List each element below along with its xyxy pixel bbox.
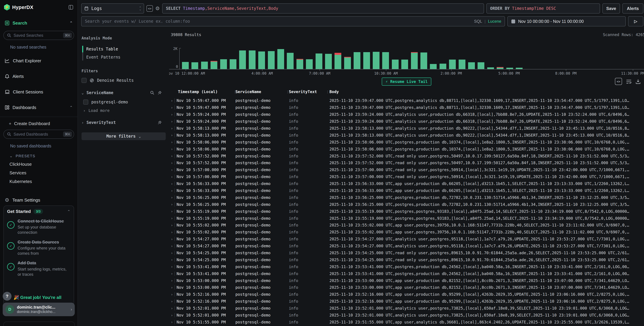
- row-expand-icon[interactable]: ›: [169, 133, 174, 137]
- preset-item-services[interactable]: Services: [0, 167, 78, 176]
- row-expand-icon[interactable]: ›: [169, 161, 174, 165]
- row-expand-icon[interactable]: ›: [169, 216, 174, 220]
- table-row[interactable]: ›Nov 10 5:57:52.000 PMpostgresql-demoinf…: [169, 153, 644, 159]
- saved-dashboards-input[interactable]: Saved Dashboards ⌘K: [4, 130, 74, 139]
- row-expand-icon[interactable]: ›: [169, 140, 174, 144]
- table-row[interactable]: ›Nov 10 5:54:25.000 PMpostgresql-demoinf…: [169, 249, 644, 256]
- row-expand-icon[interactable]: ›: [169, 285, 174, 290]
- save-button[interactable]: Save: [602, 4, 620, 14]
- preset-item-clickhouse[interactable]: ClickHouse: [0, 158, 78, 167]
- row-expand-icon[interactable]: ›: [169, 278, 174, 283]
- table-row[interactable]: ›Nov 10 5:58:13.000 PMpostgresql-demoinf…: [169, 125, 644, 132]
- row-expand-icon[interactable]: ›: [169, 147, 174, 151]
- mode-results-table[interactable]: Results Table: [86, 45, 169, 53]
- row-expand-icon[interactable]: ›: [169, 99, 174, 103]
- row-expand-icon[interactable]: ›: [169, 251, 174, 255]
- row-expand-icon[interactable]: ›: [169, 202, 174, 206]
- table-row[interactable]: ›Nov 10 5:59:24.000 PMpostgresql-demoinf…: [169, 111, 644, 118]
- wrap-text-button[interactable]: [626, 79, 632, 84]
- row-expand-icon[interactable]: ›: [169, 313, 174, 317]
- table-row[interactable]: ›Nov 10 5:53:41.000 PMpostgresql-demoinf…: [169, 263, 644, 270]
- help-button[interactable]: ?: [3, 292, 12, 301]
- table-row[interactable]: ›Nov 10 5:59:24.000 PMpostgresql-demoinf…: [169, 118, 644, 125]
- row-expand-icon[interactable]: ›: [169, 195, 174, 200]
- more-filters-button[interactable]: More filters ⌄: [82, 132, 166, 140]
- saved-searches-input[interactable]: Saved Searches ⌘K: [4, 31, 74, 40]
- table-row[interactable]: ›Nov 10 5:56:25.000 PMpostgresql-demoinf…: [169, 201, 644, 208]
- sidebar-item-search[interactable]: Search ⌃: [0, 19, 78, 28]
- chevron-up-icon[interactable]: ⌃: [70, 21, 73, 25]
- col-timestamp[interactable]: Timestamp (Local): [174, 90, 234, 94]
- table-row[interactable]: ›Nov 10 5:52:16.000 PMpostgresql-demoinf…: [169, 298, 644, 305]
- row-expand-icon[interactable]: ›: [169, 209, 174, 213]
- table-row[interactable]: ›Nov 10 5:53:41.000 PMpostgresql-demoinf…: [169, 270, 644, 277]
- severitytext-filter-group[interactable]: › SeverityText: [82, 120, 169, 125]
- create-dashboard-button[interactable]: + Create Dashboard: [0, 117, 78, 126]
- table-row[interactable]: ›Nov 10 5:58:06.000 PMpostgresql-demoinf…: [169, 146, 644, 153]
- table-row[interactable]: ›Nov 10 5:52:01.000 PMpostgresql-demoinf…: [169, 312, 644, 319]
- profile-chip[interactable]: D dominic.tran@clic... dominic.tran@clic…: [3, 303, 75, 316]
- column-resize-handle[interactable]: ⋮⋮: [326, 90, 330, 94]
- table-row[interactable]: ›Nov 10 5:56:25.000 PMpostgresql-demoinf…: [169, 194, 644, 201]
- table-row[interactable]: ›Nov 10 5:53:00.000 PMpostgresql-demoinf…: [169, 277, 644, 284]
- events-histogram[interactable]: 2K 0 Nov 10 12:00:00 AM4:00:00 AM7:00:00…: [169, 43, 644, 77]
- denoise-checkbox[interactable]: [82, 78, 86, 83]
- sidebar-item-alerts[interactable]: Alerts: [0, 72, 78, 81]
- row-expand-icon[interactable]: ›: [169, 175, 174, 179]
- row-expand-icon[interactable]: ›: [169, 244, 174, 248]
- denoise-results-row[interactable]: Denoise Results: [82, 78, 169, 83]
- row-expand-icon[interactable]: ›: [169, 306, 174, 310]
- table-row[interactable]: ›Nov 10 5:57:00.000 PMpostgresql-demoinf…: [169, 173, 644, 180]
- sidebar-collapse-icon[interactable]: [68, 5, 74, 10]
- pin-icon[interactable]: [158, 121, 162, 125]
- col-body[interactable]: Body: [330, 90, 644, 94]
- row-expand-icon[interactable]: ›: [169, 154, 174, 158]
- table-row[interactable]: ›Nov 10 5:59:47.000 PMpostgresql-demoinf…: [169, 97, 644, 104]
- table-row[interactable]: ›Nov 10 5:55:02.000 PMpostgresql-demoinf…: [169, 222, 644, 229]
- row-expand-icon[interactable]: ›: [169, 271, 174, 276]
- load-more-button[interactable]: › Load more: [82, 108, 169, 113]
- table-row[interactable]: ›Nov 10 5:58:06.000 PMpostgresql-demoinf…: [169, 139, 644, 146]
- table-row[interactable]: ›Nov 10 5:54:27.000 PMpostgresql-demoinf…: [169, 242, 644, 249]
- table-row[interactable]: ›Nov 10 5:52:01.000 PMpostgresql-demoinf…: [169, 305, 644, 312]
- table-row[interactable]: ›Nov 10 5:55:19.000 PMpostgresql-demoinf…: [169, 208, 644, 215]
- service-option-row[interactable]: postgresql-demo: [82, 100, 169, 105]
- row-expand-icon[interactable]: ›: [169, 112, 174, 117]
- order-by-input[interactable]: ORDER BY TimestampTime DESC: [486, 4, 600, 14]
- row-expand-icon[interactable]: ›: [169, 320, 174, 324]
- source-settings-button[interactable]: ⚙: [155, 6, 160, 11]
- sql-toggle[interactable]: SQL: [474, 19, 482, 24]
- column-resize-handle[interactable]: ⋮⋮: [234, 90, 236, 94]
- sidebar-item-chart-explorer[interactable]: Chart Explorer: [0, 56, 78, 65]
- row-expand-icon[interactable]: ›: [169, 126, 174, 131]
- source-select[interactable]: Logs ⌃⌄: [81, 4, 144, 14]
- code-toggle-button[interactable]: <>: [146, 5, 153, 12]
- run-search-button[interactable]: ▷: [628, 16, 643, 27]
- preset-item-kubernetes[interactable]: Kubernetes: [0, 176, 78, 184]
- table-row[interactable]: ›Nov 10 5:56:33.000 PMpostgresql-demoinf…: [169, 187, 644, 194]
- table-row[interactable]: ›Nov 10 5:55:19.000 PMpostgresql-demoinf…: [169, 215, 644, 222]
- search-icon[interactable]: [150, 91, 154, 95]
- servicename-filter-group[interactable]: ⌄ ServiceName: [82, 90, 169, 95]
- pin-icon[interactable]: [158, 91, 162, 95]
- table-row[interactable]: ›Nov 10 5:57:52.000 PMpostgresql-demoinf…: [169, 159, 644, 166]
- table-row[interactable]: ›Nov 10 5:59:47.000 PMpostgresql-demoinf…: [169, 104, 644, 111]
- table-row[interactable]: ›Nov 10 5:58:13.000 PMpostgresql-demoinf…: [169, 132, 644, 139]
- row-expand-icon[interactable]: ›: [169, 299, 174, 303]
- row-expand-icon[interactable]: ›: [169, 237, 174, 241]
- download-button[interactable]: [636, 79, 640, 84]
- table-row[interactable]: ›Nov 10 5:54:27.000 PMpostgresql-demoinf…: [169, 236, 644, 242]
- lucene-toggle[interactable]: Lucene: [488, 19, 501, 24]
- row-expand-icon[interactable]: ›: [169, 189, 174, 193]
- event-search-input[interactable]: Search your events w/ Lucene ex. column:…: [81, 16, 505, 27]
- row-expand-icon[interactable]: ›: [169, 264, 174, 269]
- table-row[interactable]: ›Nov 10 5:56:33.000 PMpostgresql-demoinf…: [169, 180, 644, 187]
- table-row[interactable]: ›Nov 10 5:57:00.000 PMpostgresql-demoinf…: [169, 166, 644, 173]
- row-expand-icon[interactable]: ›: [169, 258, 174, 262]
- service-checkbox[interactable]: [83, 100, 88, 105]
- table-row[interactable]: ›Nov 10 5:53:00.000 PMpostgresql-demoinf…: [169, 284, 644, 291]
- col-severitytext[interactable]: SeverityText: [289, 90, 326, 94]
- row-expand-icon[interactable]: ›: [169, 230, 174, 234]
- sidebar-item-dashboards[interactable]: Dashboards⌃: [0, 103, 78, 112]
- date-range-picker[interactable]: Nov 10 00:00:00 - Nov 11 00:00:00: [507, 16, 626, 27]
